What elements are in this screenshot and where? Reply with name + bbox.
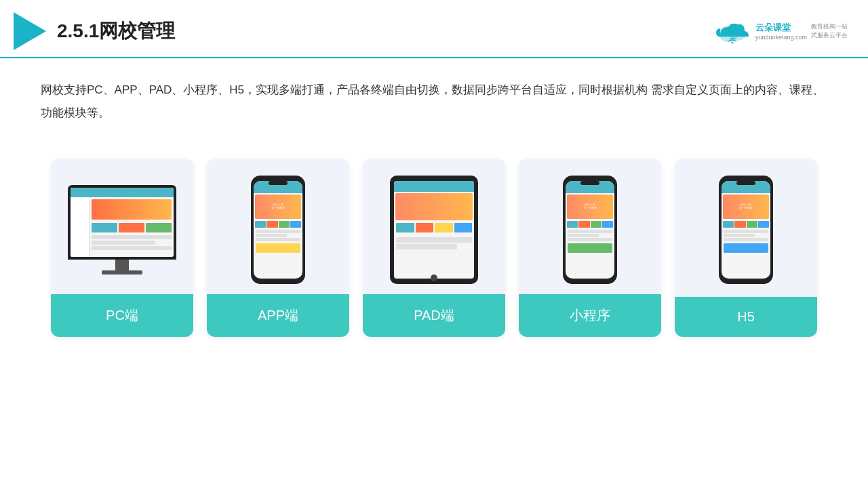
card-pc-label: PC端 — [51, 294, 193, 337]
card-app: 职达人的第一堂网课 APP端 — [207, 159, 349, 337]
monitor-screen — [71, 188, 174, 257]
page-header: 2.5.1网校管理 云朵课堂 yunduoketang.com 教育机构一站式服… — [0, 0, 868, 58]
page-title: 2.5.1网校管理 — [57, 18, 175, 44]
header-left: 2.5.1网校管理 — [14, 12, 175, 50]
card-app-image: 职达人的第一堂网课 — [207, 159, 349, 294]
card-pad: PAD端 — [363, 159, 505, 337]
phone-mockup-h5: 职达人的第一堂网课 — [719, 176, 773, 284]
card-h5-image: 职达人的第一堂网课 — [675, 159, 817, 294]
card-app-label: APP端 — [207, 294, 349, 337]
card-h5: 职达人的第一堂网课 H5 — [675, 159, 817, 337]
card-h5-label: H5 — [675, 297, 817, 337]
card-pad-image — [363, 159, 505, 294]
tablet-mockup — [390, 176, 478, 284]
screen-content — [71, 188, 174, 257]
pc-mockup — [68, 185, 176, 274]
card-pc: PC端 — [51, 159, 193, 337]
card-miniprogram-label: 小程序 — [519, 294, 661, 337]
tablet-screen — [394, 181, 474, 279]
card-pad-label: PAD端 — [363, 294, 505, 337]
phone-screen-h5: 职达人的第一堂网课 — [722, 181, 770, 279]
brand-text: 云朵课堂 yunduoketang.com — [755, 22, 807, 41]
description-text: 网校支持PC、APP、PAD、小程序、H5，实现多端打通，产品各终端自由切换，数… — [0, 58, 868, 131]
card-miniprogram-image: 职达人的第一堂网课 — [519, 159, 661, 294]
card-pc-image — [51, 159, 193, 294]
brand-slogan: 教育机构一站式服务云平台 — [811, 22, 848, 39]
phone-mockup-app: 职达人的第一堂网课 — [251, 176, 305, 284]
monitor-body — [68, 185, 176, 260]
brand-area: 云朵课堂 yunduoketang.com 教育机构一站式服务云平台 — [713, 19, 848, 43]
phone-screen-app: 职达人的第一堂网课 — [254, 181, 302, 279]
brand-main-name: 云朵课堂 — [755, 22, 791, 34]
cards-container: PC端 职达人的第一堂网课 — [0, 138, 868, 337]
phone-screen-mini: 职达人的第一堂网课 — [566, 181, 614, 279]
cloud-icon — [713, 19, 751, 43]
svg-point-3 — [731, 42, 733, 44]
card-miniprogram: 职达人的第一堂网课 小程序 — [519, 159, 661, 337]
logo-triangle-icon — [14, 12, 46, 50]
phone-mockup-mini: 职达人的第一堂网课 — [563, 176, 617, 284]
brand-url: yunduoketang.com — [755, 34, 807, 41]
